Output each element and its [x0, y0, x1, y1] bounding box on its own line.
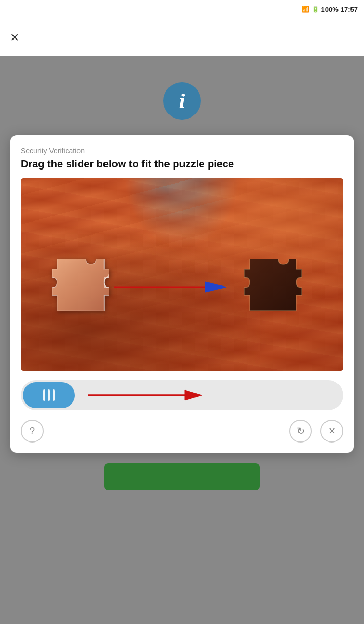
background-overlay: i Security Verification Drag the slider … — [0, 56, 364, 624]
slider-arrow — [88, 388, 203, 402]
puzzle-piece-moving — [52, 259, 109, 311]
signal-icon: 📶 — [302, 6, 309, 13]
nav-close-button[interactable]: × — [10, 29, 19, 46]
image-arrow-svg — [114, 280, 229, 294]
puzzle-piece-target-svg — [244, 259, 302, 311]
svg-rect-0 — [52, 259, 109, 311]
confirm-button[interactable] — [104, 463, 260, 490]
slider-bar-1 — [43, 389, 45, 401]
nav-bar: × — [0, 19, 364, 56]
help-icon: ? — [30, 426, 35, 437]
help-button[interactable]: ? — [21, 420, 44, 443]
puzzle-piece-target — [244, 259, 302, 311]
footer-left: ? — [21, 420, 44, 443]
refresh-button[interactable]: ↻ — [289, 420, 312, 443]
time-label: 17:57 — [341, 6, 358, 14]
slider-arrow-svg — [88, 388, 203, 402]
green-button-area — [104, 463, 260, 492]
slider-bar-2 — [48, 389, 50, 401]
slider-bar-3 — [53, 389, 55, 401]
modal-close-button[interactable]: ✕ — [320, 420, 343, 443]
status-bar: 📶 🔋 100% 17:57 — [0, 0, 364, 19]
modal-footer: ? ↻ ✕ — [21, 420, 343, 443]
slider-handle[interactable] — [23, 382, 75, 408]
modal-subtitle: Security Verification — [21, 147, 343, 155]
svg-marker-4 — [185, 390, 202, 400]
close-icon: ✕ — [328, 425, 336, 437]
refresh-icon: ↻ — [297, 425, 305, 437]
modal-title: Drag the slider below to fit the puzzle … — [21, 158, 343, 170]
security-verification-modal: Security Verification Drag the slider be… — [10, 135, 354, 453]
info-circle: i — [163, 82, 201, 120]
info-icon: i — [179, 89, 185, 112]
slider-track[interactable] — [21, 380, 343, 410]
puzzle-piece-moving-svg — [52, 259, 109, 311]
svg-marker-2 — [205, 282, 226, 292]
battery-label: 100% — [321, 6, 339, 14]
wifi-icon: 🔋 — [311, 6, 319, 13]
footer-right: ↻ ✕ — [289, 420, 343, 443]
puzzle-image-area — [21, 178, 343, 371]
image-arrow — [114, 280, 229, 294]
